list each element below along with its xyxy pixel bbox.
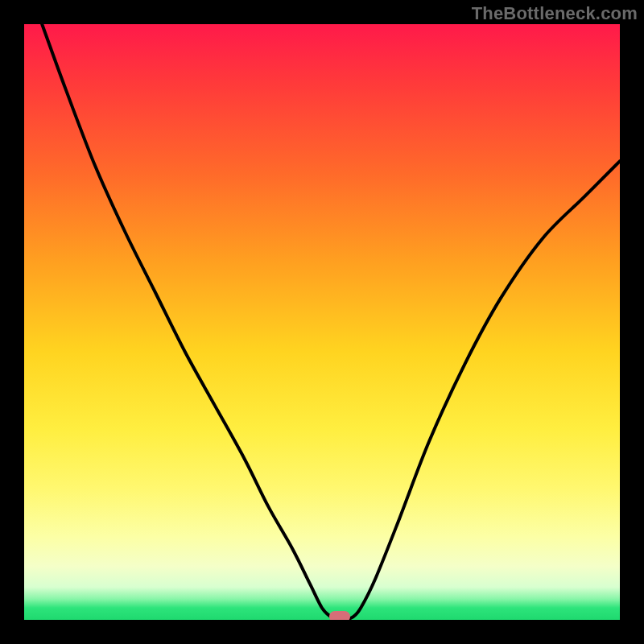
optimal-balance-marker <box>329 611 350 620</box>
chart-frame <box>24 24 620 620</box>
bottleneck-curve <box>24 24 620 620</box>
plot-area <box>24 24 620 620</box>
watermark-text: TheBottleneck.com <box>472 3 638 24</box>
